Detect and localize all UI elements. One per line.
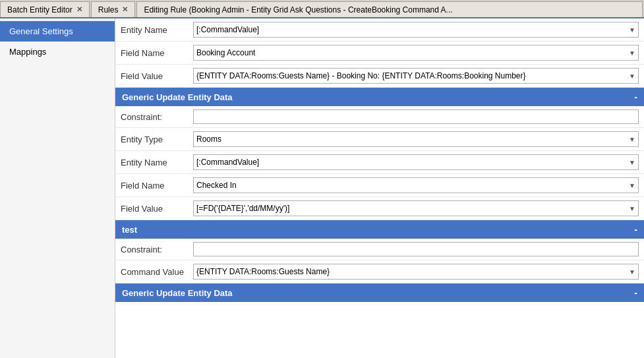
tab-label: Rules [98, 5, 119, 15]
constraint-input-1[interactable] [193, 109, 639, 124]
label-field-value-1: Field Value [121, 204, 193, 214]
form-row-field-name-1: Field Name Checked In ▼ [115, 174, 644, 197]
tab-rules[interactable]: Rules ✕ [91, 1, 136, 17]
constraint-input-2[interactable] [193, 242, 639, 256]
select-command-value[interactable]: {ENTITY DATA:Rooms:Guests Name} ▼ [193, 264, 639, 280]
section-title-test: test [122, 225, 137, 235]
tab-close-icon[interactable]: ✕ [122, 5, 128, 14]
form-row-field-value-1: Field Value [=FD('{DATE}','dd/MM/yy')] ▼ [115, 197, 644, 220]
select-entity-name-1[interactable]: [:CommandValue] ▼ [193, 154, 639, 170]
select-field-value-1[interactable]: [=FD('{DATE}','dd/MM/yy')] ▼ [193, 200, 639, 216]
select-entity-name-1-input[interactable]: [:CommandValue] [194, 155, 638, 169]
form-row-command-value: Command Value {ENTITY DATA:Rooms:Guests … [115, 260, 644, 283]
tab-label: Batch Entity Editor [7, 5, 73, 15]
tab-batch-entity-editor[interactable]: Batch Entity Editor ✕ [0, 1, 90, 17]
form-row-field-value-top: Field Value {ENTITY DATA:Rooms:Guests Na… [115, 65, 644, 88]
select-field-value-top-input[interactable]: {ENTITY DATA:Rooms:Guests Name} - Bookin… [194, 69, 638, 83]
select-field-value-top[interactable]: {ENTITY DATA:Rooms:Guests Name} - Bookin… [193, 68, 639, 84]
select-entity-type-1[interactable]: Rooms ▼ [193, 131, 639, 147]
sidebar-label-mappings: Mappings [9, 47, 46, 57]
section-title-generic-update-2: Generic Update Entity Data [122, 288, 233, 298]
sidebar-item-mappings[interactable]: Mappings [0, 42, 115, 62]
sidebar-label-general: General Settings [9, 26, 73, 36]
form-row-constraint-2: Constraint: [115, 239, 644, 260]
label-constraint-1: Constraint: [121, 112, 193, 122]
section-header-generic-update-1[interactable]: Generic Update Entity Data - [115, 88, 644, 106]
tab-editing-rule[interactable]: Editing Rule (Booking Admin - Entity Gri… [136, 1, 643, 17]
label-constraint-2: Constraint: [121, 245, 193, 254]
form-row-entity-name-1: Entity Name [:CommandValue] ▼ [115, 151, 644, 174]
label-entity-type-1: Entity Type [121, 134, 193, 144]
label-field-name-top: Field Name [121, 48, 193, 58]
select-field-name-1-input[interactable]: Checked In [194, 178, 638, 193]
section-header-test[interactable]: test - [115, 220, 644, 239]
section-title-generic-update-1: Generic Update Entity Data [122, 92, 233, 102]
label-entity-name-1: Entity Name [121, 158, 193, 167]
collapse-icon-1[interactable]: - [634, 92, 637, 102]
form-row-entity-type-1: Entity Type Rooms ▼ [115, 128, 644, 151]
sidebar-item-general-settings[interactable]: General Settings [0, 21, 115, 42]
select-field-name-top-input[interactable]: Booking Account [194, 45, 638, 60]
select-entity-name-top-input[interactable]: [:CommandValue] [194, 22, 638, 37]
collapse-icon-3[interactable]: - [634, 287, 637, 298]
form-row-constraint-1: Constraint: [115, 106, 644, 128]
main-layout: General Settings Mappings Entity Name [:… [0, 18, 644, 358]
tab-editing-label: Editing Rule (Booking Admin - Entity Gri… [144, 5, 452, 15]
select-entity-name-top[interactable]: [:CommandValue] ▼ [193, 22, 639, 38]
tab-bar: Batch Entity Editor ✕ Rules ✕ Editing Ru… [0, 0, 644, 18]
label-command-value: Command Value [121, 267, 193, 277]
select-entity-type-1-input[interactable]: Rooms [194, 132, 638, 146]
content-area: Entity Name [:CommandValue] ▼ Field Name… [115, 18, 644, 358]
label-field-value-top: Field Value [121, 71, 193, 81]
label-field-name-1: Field Name [121, 181, 193, 191]
select-field-name-top[interactable]: Booking Account ▼ [193, 45, 639, 61]
select-command-value-input[interactable]: {ENTITY DATA:Rooms:Guests Name} [194, 264, 638, 279]
tab-close-icon[interactable]: ✕ [76, 5, 82, 14]
collapse-icon-2[interactable]: - [634, 224, 637, 235]
sidebar: General Settings Mappings [0, 18, 115, 358]
select-field-name-1[interactable]: Checked In ▼ [193, 177, 639, 193]
form-row-field-name-top: Field Name Booking Account ▼ [115, 42, 644, 65]
form-row-entity-name-top: Entity Name [:CommandValue] ▼ [115, 18, 644, 42]
select-field-value-1-input[interactable]: [=FD('{DATE}','dd/MM/yy')] [194, 201, 638, 216]
label-entity-name-top: Entity Name [121, 25, 193, 35]
section-header-generic-update-2[interactable]: Generic Update Entity Data - [115, 283, 644, 302]
